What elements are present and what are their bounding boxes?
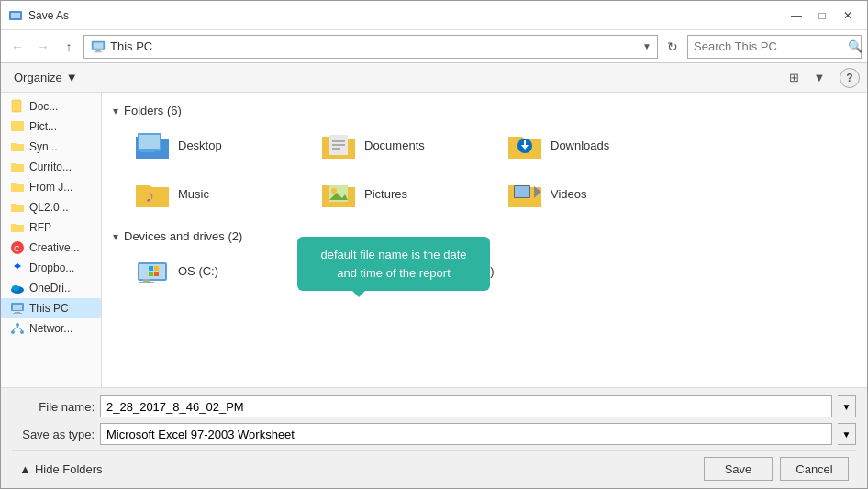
close-button[interactable]: ✕	[836, 6, 860, 25]
dropbox-icon	[10, 261, 25, 275]
os-drive-label: OS (C:)	[178, 264, 218, 278]
sidebar-item-currito[interactable]: Currito...	[1, 157, 101, 177]
cancel-button[interactable]: Cancel	[780, 457, 849, 481]
up-button[interactable]: ↑	[58, 36, 80, 58]
bottom-area: File name: ▼ Save as type: ▼ ▲ Hide Fold…	[1, 387, 867, 488]
title-bar: Save As — □ ✕	[1, 1, 867, 30]
svg-rect-36	[515, 186, 529, 197]
tooltip-bubble: default file name is the date and time o…	[297, 237, 490, 291]
sidebar-item-rfp[interactable]: RFP	[1, 217, 101, 238]
filename-dropdown[interactable]: ▼	[838, 395, 856, 417]
os-drive-icon	[134, 255, 171, 287]
folder-icon-2	[10, 160, 25, 174]
folder-icon	[10, 139, 25, 154]
toolbar: Organize ▼ ⊞ ▼ ?	[1, 63, 867, 93]
svg-rect-44	[154, 272, 159, 276]
svg-rect-23	[139, 135, 160, 149]
svg-rect-15	[15, 312, 20, 313]
sidebar-item-fromj[interactable]: From J...	[1, 177, 101, 197]
sidebar: Doc... Pict... Syn... Curr	[1, 93, 102, 387]
pictures-icon	[10, 119, 25, 134]
svg-rect-4	[95, 50, 100, 51]
minimize-button[interactable]: —	[785, 6, 808, 25]
grid-view-icon: ⊞	[789, 71, 799, 84]
saveas-dropdown[interactable]: ▼	[838, 423, 856, 445]
sidebar-item-creative[interactable]: C Creative...	[1, 238, 101, 258]
folder-item-downloads[interactable]: Downloads	[500, 125, 679, 166]
desktop-label: Desktop	[178, 139, 222, 152]
folder-item-videos[interactable]: Videos	[500, 173, 679, 215]
view-dropdown-button[interactable]: ▼	[807, 67, 832, 89]
path-text: This PC	[110, 39, 152, 53]
folder-item-documents[interactable]: Documents	[314, 125, 493, 166]
back-button[interactable]: ←	[6, 36, 28, 58]
svg-line-20	[13, 327, 17, 330]
svg-rect-25	[140, 151, 155, 152]
view-button[interactable]: ⊞	[781, 67, 807, 89]
help-button[interactable]: ?	[840, 68, 860, 88]
svg-text:♪: ♪	[145, 185, 154, 206]
folder-icon-5	[10, 220, 25, 235]
hide-folders-button[interactable]: ▲ Hide Folders	[19, 462, 103, 476]
saveas-input[interactable]	[100, 423, 832, 445]
pictures-folder-icon	[320, 178, 357, 210]
maximize-button[interactable]: □	[810, 6, 834, 25]
dialog-icon	[8, 8, 23, 23]
main-panel: ▾ Folders (6) Desktop	[102, 93, 867, 387]
svg-rect-3	[94, 42, 104, 48]
action-row: ▲ Hide Folders Save Cancel	[12, 450, 856, 481]
folders-label: Folders (6)	[124, 104, 182, 117]
dialog-buttons: Save Cancel	[704, 457, 849, 481]
drives-grid: default file name is the date and time o…	[113, 250, 856, 292]
save-button[interactable]: Save	[704, 457, 773, 481]
svg-rect-5	[95, 51, 103, 52]
address-path[interactable]: This PC ▼	[83, 35, 658, 59]
search-box: 🔍	[687, 35, 862, 59]
search-input[interactable]	[694, 39, 848, 53]
save-as-dialog: Save As — □ ✕ ← → ↑ This PC ▼	[0, 0, 868, 489]
organize-button[interactable]: Organize ▼	[8, 69, 83, 86]
doc-icon	[10, 99, 25, 114]
folder-item-desktop[interactable]: Desktop	[128, 125, 306, 166]
folder-icon-3	[10, 180, 25, 194]
documents-folder-icon	[320, 129, 357, 161]
devices-label: Devices and drives (2)	[124, 229, 242, 243]
forward-button[interactable]: →	[32, 36, 54, 58]
downloads-folder-icon	[506, 129, 543, 161]
svg-text:C: C	[14, 244, 20, 253]
chevron-up-icon: ▲	[19, 462, 31, 476]
sidebar-item-thispc[interactable]: This PC	[1, 298, 101, 318]
sidebar-item-dropbox[interactable]: Dropbo...	[1, 258, 101, 278]
music-folder-icon: ♪	[134, 178, 171, 210]
onedrive-icon	[10, 281, 25, 295]
pictures-label: Pictures	[364, 187, 407, 201]
folder-item-pictures[interactable]: Pictures	[314, 173, 493, 215]
sidebar-item-onedrive[interactable]: OneDri...	[1, 278, 101, 298]
svg-rect-41	[149, 266, 153, 271]
refresh-button[interactable]: ↻	[662, 36, 684, 58]
filename-input[interactable]	[100, 395, 832, 417]
svg-point-12	[12, 285, 19, 291]
network-icon	[10, 321, 25, 336]
documents-label: Documents	[364, 139, 425, 152]
folders-section-header[interactable]: ▾ Folders (6)	[113, 104, 856, 117]
saveas-row: Save as type: ▼	[12, 423, 856, 445]
desktop-folder-icon	[134, 129, 171, 161]
svg-rect-14	[13, 305, 22, 310]
devices-chevron: ▾	[113, 230, 118, 243]
svg-rect-6	[12, 100, 21, 112]
sidebar-item-network[interactable]: Networ...	[1, 318, 101, 339]
sidebar-item-pictures[interactable]: Pict...	[1, 117, 101, 137]
sidebar-item-docs[interactable]: Doc...	[1, 96, 101, 117]
sidebar-item-ql2[interactable]: QL2.0...	[1, 197, 101, 217]
folder-icon-4	[10, 200, 25, 215]
svg-rect-39	[143, 279, 150, 282]
svg-rect-24	[143, 150, 152, 151]
music-label: Music	[178, 187, 209, 201]
svg-rect-42	[154, 266, 159, 271]
folders-chevron: ▾	[113, 105, 118, 117]
sidebar-item-sync[interactable]: Syn...	[1, 137, 101, 157]
folder-grid: Desktop Documents	[113, 125, 856, 215]
downloads-label: Downloads	[551, 139, 609, 152]
folder-item-music[interactable]: ♪ Music	[128, 173, 306, 215]
